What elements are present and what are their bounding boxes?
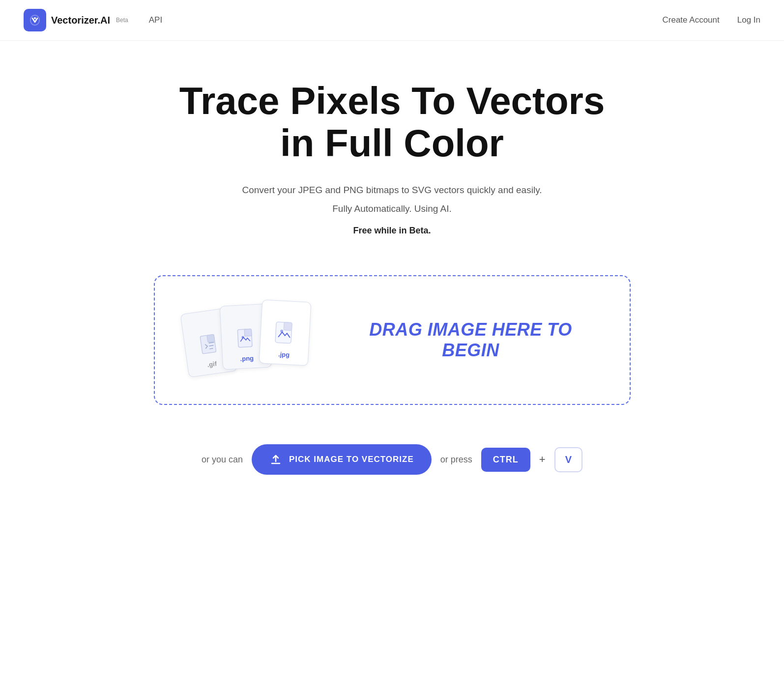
hero-subtitle-2: Fully Automatically. Using AI. xyxy=(24,201,760,217)
png-label: .png xyxy=(240,354,254,362)
v-button[interactable]: V xyxy=(554,447,582,472)
logo-name: Vectorizer.AI xyxy=(51,15,110,26)
svg-rect-2 xyxy=(206,335,214,343)
create-account-link[interactable]: Create Account xyxy=(662,15,719,25)
svg-point-0 xyxy=(34,17,36,19)
logo-beta: Beta xyxy=(116,17,128,24)
bottom-bar: or you can PICK IMAGE TO VECTORIZE or pr… xyxy=(0,430,784,489)
nav-api-link[interactable]: API xyxy=(149,15,162,25)
pick-image-button[interactable]: PICK IMAGE TO VECTORIZE xyxy=(252,444,432,475)
main-nav: Create Account Log In xyxy=(662,15,760,25)
file-icons: .gif .png xyxy=(184,301,312,379)
svg-rect-4 xyxy=(244,329,252,337)
plus-icon: + xyxy=(539,453,546,466)
gif-file-icon xyxy=(197,333,221,359)
hero-free-note: Free while in Beta. xyxy=(24,226,760,236)
hero-subtitle-1: Convert your JPEG and PNG bitmaps to SVG… xyxy=(24,182,760,198)
file-card-jpg: .jpg xyxy=(259,300,311,366)
gif-label: .gif xyxy=(206,360,217,369)
logo-area: Vectorizer.AI Beta API xyxy=(24,9,662,31)
png-file-icon xyxy=(234,328,257,352)
dropzone-container: .gif .png xyxy=(134,275,650,405)
or-press-text: or press xyxy=(440,455,472,465)
svg-rect-7 xyxy=(284,322,292,331)
pick-image-label: PICK IMAGE TO VECTORIZE xyxy=(289,455,414,464)
hero-title: Trace Pixels To Vectors in Full Color xyxy=(171,80,613,165)
or-you-can-text: or you can xyxy=(202,455,243,465)
drag-drop-text: DRAG IMAGE HERE TO BEGIN xyxy=(342,319,600,361)
ctrl-button[interactable]: CTRL xyxy=(481,448,530,472)
dropzone[interactable]: .gif .png xyxy=(154,275,631,405)
upload-icon xyxy=(269,453,282,466)
logo-icon[interactable] xyxy=(24,9,46,31)
jpg-label: .jpg xyxy=(278,351,290,359)
login-link[interactable]: Log In xyxy=(737,15,760,25)
hero-section: Trace Pixels To Vectors in Full Color Co… xyxy=(0,41,784,256)
jpg-file-icon xyxy=(272,321,298,349)
